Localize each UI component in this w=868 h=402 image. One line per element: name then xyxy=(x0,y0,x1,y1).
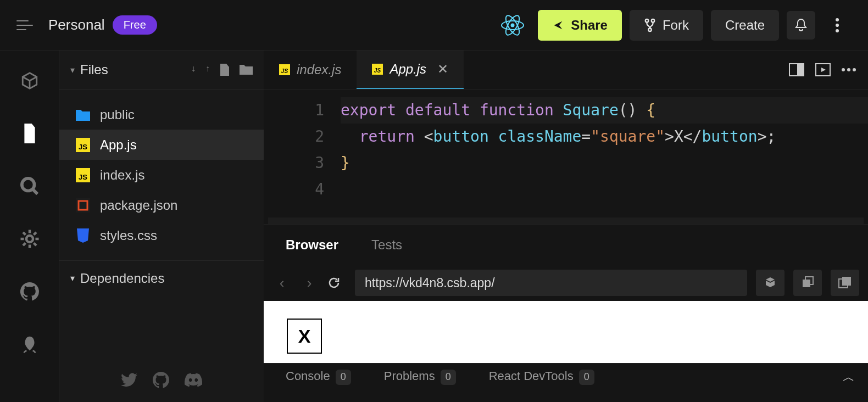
twitter-icon[interactable] xyxy=(121,373,137,387)
svg-rect-23 xyxy=(797,64,804,76)
tab-label: App.js xyxy=(390,62,426,77)
svg-point-8 xyxy=(836,24,839,27)
svg-point-10 xyxy=(21,178,34,191)
sandbox-icon[interactable] xyxy=(19,70,40,91)
js-file-icon: JS xyxy=(76,168,90,182)
close-tab-icon[interactable]: ✕ xyxy=(437,62,448,77)
preview-frame[interactable]: X xyxy=(264,301,868,363)
plan-badge[interactable]: Free xyxy=(113,15,157,35)
folder-file-icon xyxy=(76,108,90,122)
js-file-icon: JS xyxy=(279,64,290,75)
count-badge: 0 xyxy=(336,370,351,385)
file-index-js[interactable]: JSindex.js xyxy=(59,160,264,190)
deploy-icon[interactable] xyxy=(19,334,40,355)
reload-icon xyxy=(327,276,341,289)
deps-panel-header[interactable]: ▾ Dependencies xyxy=(59,260,264,295)
social-links xyxy=(59,358,264,402)
svg-text:JS: JS xyxy=(79,143,87,151)
settings-icon[interactable] xyxy=(19,228,40,249)
share-button[interactable]: Share xyxy=(538,10,622,41)
file-label: package.json xyxy=(100,198,177,213)
expand-panel-icon[interactable]: ︿ xyxy=(843,369,855,386)
svg-point-9 xyxy=(836,29,839,32)
file-styles-css[interactable]: styles.css xyxy=(59,220,264,250)
editor-tab-bar: JSindex.jsJSApp.js✕ xyxy=(264,51,868,90)
files-title: Files xyxy=(80,62,108,77)
file-label: App.js xyxy=(100,137,137,153)
svg-text:JS: JS xyxy=(374,68,381,74)
react-logo-icon xyxy=(500,13,525,37)
forward-button[interactable]: › xyxy=(300,275,319,292)
discord-icon[interactable] xyxy=(185,373,202,387)
sidebar: ▾ Files ↓ ↑ publicJSApp.jsJSindex.jspack… xyxy=(59,51,264,402)
preview-toggle-icon[interactable] xyxy=(815,63,831,76)
svg-point-25 xyxy=(842,68,845,71)
file-App-js[interactable]: JSApp.js xyxy=(59,130,264,160)
svg-point-6 xyxy=(648,28,652,31)
share-label: Share xyxy=(571,18,608,33)
preview-tab-browser[interactable]: Browser xyxy=(286,237,338,253)
more-menu-button[interactable] xyxy=(823,11,852,40)
github-social-icon[interactable] xyxy=(153,372,169,388)
github-icon[interactable] xyxy=(19,281,40,302)
tab-App-js[interactable]: JSApp.js✕ xyxy=(357,51,464,89)
url-input[interactable] xyxy=(355,270,747,296)
editor-more-icon[interactable] xyxy=(842,68,856,71)
code-editor[interactable]: 1234 export default function Square() { … xyxy=(264,90,868,217)
explorer-icon[interactable] xyxy=(19,123,40,144)
fork-button[interactable]: Fork xyxy=(630,10,703,41)
upload-icon[interactable]: ↑ xyxy=(205,64,210,76)
download-icon[interactable]: ↓ xyxy=(191,64,196,76)
notifications-button[interactable] xyxy=(787,11,815,40)
file-label: index.js xyxy=(100,168,144,183)
devtools-tab-console[interactable]: Console0 xyxy=(286,369,351,385)
activity-bar xyxy=(0,51,59,402)
deps-title: Dependencies xyxy=(80,271,164,286)
horizontal-scrollbar[interactable] xyxy=(268,217,864,224)
files-panel-header[interactable]: ▾ Files ↓ ↑ xyxy=(59,51,264,90)
svg-point-27 xyxy=(853,68,856,71)
codesandbox-button[interactable] xyxy=(756,270,784,296)
back-button[interactable]: ‹ xyxy=(272,275,291,292)
reload-button[interactable] xyxy=(327,276,346,289)
new-file-icon[interactable] xyxy=(220,64,230,76)
svg-rect-28 xyxy=(803,280,810,287)
square-component[interactable]: X xyxy=(287,319,322,354)
new-window-button[interactable] xyxy=(793,270,822,296)
create-button[interactable]: Create xyxy=(711,10,779,41)
json-file-icon xyxy=(76,198,90,213)
new-folder-icon[interactable] xyxy=(240,64,253,76)
workspace-name[interactable]: Personal xyxy=(48,16,105,34)
devtools-tab-react-devtools[interactable]: React DevTools0 xyxy=(489,369,594,385)
tab-label: index.js xyxy=(297,62,341,77)
svg-point-7 xyxy=(836,18,839,21)
file-public[interactable]: public xyxy=(59,99,264,130)
file-package-json[interactable]: package.json xyxy=(59,190,264,220)
svg-rect-31 xyxy=(842,277,851,286)
devtools-tab-bar: Console0Problems0React DevTools0︿ xyxy=(264,363,868,390)
preview-tab-bar: BrowserTests xyxy=(264,224,868,265)
svg-point-26 xyxy=(847,68,850,71)
svg-point-11 xyxy=(26,236,33,242)
svg-text:JS: JS xyxy=(281,68,288,74)
svg-point-3 xyxy=(511,23,515,27)
chevron-down-icon: ▾ xyxy=(70,273,75,283)
split-editor-icon[interactable] xyxy=(789,63,804,76)
bell-icon xyxy=(794,18,808,32)
file-label: styles.css xyxy=(100,228,157,243)
tab-index-js[interactable]: JSindex.js xyxy=(264,51,357,89)
devtools-tab-problems[interactable]: Problems0 xyxy=(384,369,456,385)
count-badge: 0 xyxy=(441,370,456,385)
svg-text:JS: JS xyxy=(79,173,87,181)
create-label: Create xyxy=(725,18,765,33)
menu-icon[interactable] xyxy=(16,17,33,34)
svg-point-4 xyxy=(646,19,649,23)
popout-button[interactable] xyxy=(831,270,859,296)
file-label: public xyxy=(100,107,135,122)
search-icon[interactable] xyxy=(19,176,40,197)
top-bar: Personal Free Share Fork Create xyxy=(0,0,868,51)
file-tree: publicJSApp.jsJSindex.jspackage.jsonstyl… xyxy=(59,90,264,260)
css-file-icon xyxy=(76,228,90,243)
preview-tab-tests[interactable]: Tests xyxy=(371,237,402,253)
share-arrow-icon xyxy=(552,19,564,31)
